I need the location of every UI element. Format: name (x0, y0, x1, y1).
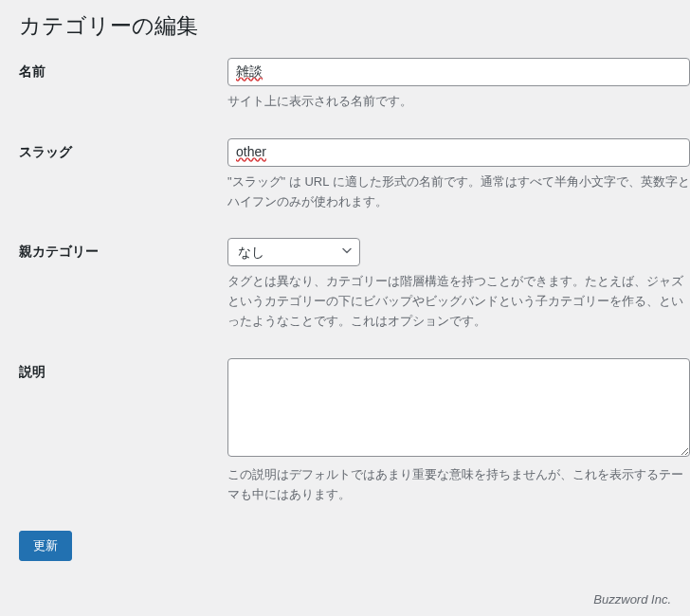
parent-help: タグとは異なり、カテゴリーは階層構造を持つことができます。たとえば、ジャズという… (227, 272, 690, 331)
update-button[interactable]: 更新 (19, 531, 72, 561)
description-help: この説明はデフォルトではあまり重要な意味を持ちませんが、これを表示するテーマも中… (227, 465, 690, 505)
name-help: サイト上に表示される名前です。 (227, 92, 690, 112)
slug-input[interactable] (227, 138, 690, 167)
submit-row: 更新 (19, 531, 690, 561)
name-label: 名前 (19, 63, 45, 79)
slug-label: スラッグ (19, 144, 72, 159)
footer-credit: Buzzword Inc. (593, 592, 671, 607)
parent-label: 親カテゴリー (19, 244, 99, 259)
slug-help: "スラッグ" は URL に適した形式の名前です。通常はすべて半角小文字で、英数… (227, 172, 690, 212)
field-row-name: 名前 雑談 サイト上に表示される名前です。 (19, 58, 690, 112)
description-textarea[interactable] (227, 358, 690, 457)
field-row-description: 説明 この説明はデフォルトではあまり重要な意味を持ちませんが、これを表示するテー… (19, 358, 690, 505)
parent-select[interactable]: なし (227, 238, 360, 266)
description-label: 説明 (19, 364, 45, 379)
field-row-parent: 親カテゴリー なし タグとは異なり、カテゴリーは階層構造を持つことができます。た… (19, 238, 690, 331)
field-row-slug: スラッグ other "スラッグ" は URL に適した形式の名前です。通常はす… (19, 138, 690, 212)
page-title: カテゴリーの編集 (19, 11, 690, 41)
name-input[interactable] (227, 58, 690, 86)
